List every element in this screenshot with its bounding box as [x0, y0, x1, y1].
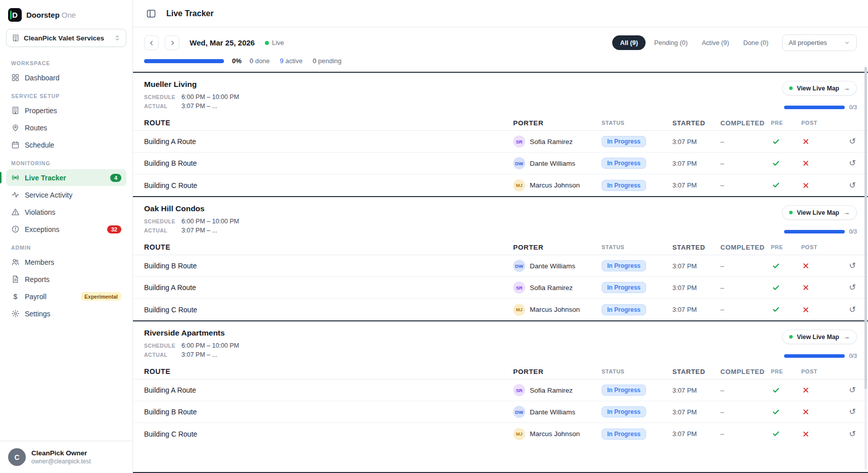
post-x-icon[interactable] [801, 181, 810, 190]
sidebar-item-label: Settings [25, 310, 51, 318]
pre-check-icon[interactable] [771, 304, 781, 314]
scrollbar[interactable] [864, 67, 867, 470]
reset-icon[interactable]: ↺ [848, 305, 857, 315]
sidebar-item-dashboard[interactable]: Dashboard [6, 69, 126, 86]
reset-icon[interactable]: ↺ [848, 282, 857, 293]
started-time: 3:07 PM [672, 408, 720, 416]
sidebar-item-routes[interactable]: Routes [6, 119, 126, 136]
reset-icon[interactable]: ↺ [848, 407, 857, 417]
post-x-icon[interactable] [801, 305, 810, 314]
property-progress-count: 0/3 [849, 104, 857, 110]
pre-check-icon[interactable] [771, 136, 781, 147]
calendar-icon [11, 140, 20, 149]
post-x-icon[interactable] [801, 430, 810, 439]
users-icon [11, 258, 20, 266]
table-row: Building A Route SRSofia Ramirez In Prog… [133, 380, 868, 401]
porter-avatar: SR [513, 135, 525, 148]
reset-icon[interactable]: ↺ [848, 261, 857, 271]
sidebar-item-reports[interactable]: Reports [6, 271, 126, 288]
filter-active[interactable]: Active (9) [696, 35, 735, 50]
live-dot [789, 335, 793, 339]
started-time: 3:07 PM [672, 306, 720, 313]
sidebar-item-properties[interactable]: Properties [6, 102, 126, 119]
pre-check-icon[interactable] [771, 158, 781, 168]
reset-icon[interactable]: ↺ [848, 429, 857, 439]
table-header: ROUTE PORTER STATUS STARTED COMPLETED PR… [133, 364, 868, 380]
page-header: Live Tracker [133, 0, 868, 27]
post-x-icon[interactable] [801, 407, 810, 416]
main-panel: Live Tracker Wed, Mar 25, 2026 Live All … [133, 0, 868, 473]
col-route: ROUTE [144, 119, 513, 127]
stat-done-label: done [255, 57, 270, 65]
sidebar-item-label: Members [25, 258, 54, 266]
post-x-icon[interactable] [801, 159, 810, 168]
reset-icon[interactable]: ↺ [848, 385, 857, 395]
chevron-right-icon [169, 39, 176, 46]
table-row: Building A Route SRSofia Ramirez In Prog… [133, 131, 868, 153]
post-x-icon[interactable] [801, 283, 810, 292]
started-time: 3:07 PM [672, 284, 720, 292]
filter-done[interactable]: Done (0) [738, 35, 774, 50]
user-profile[interactable]: C CleanPick Owner owner@cleanpick.test [0, 441, 132, 473]
route-name: Building C Route [144, 430, 513, 438]
sidebar-toggle-button[interactable] [144, 7, 158, 21]
sidebar-item-violations[interactable]: Violations [6, 204, 126, 220]
org-selector[interactable]: CleanPick Valet Services [6, 29, 126, 47]
property-progress-count: 0/3 [849, 353, 857, 359]
col-status: STATUS [602, 368, 672, 374]
status-badge: In Progress [602, 180, 646, 191]
col-started: STARTED [672, 244, 720, 251]
sidebar-item-exceptions[interactable]: Exceptions 32 [6, 221, 126, 238]
stat-active-label: active [285, 57, 302, 65]
reset-icon[interactable]: ↺ [848, 136, 857, 147]
pre-check-icon[interactable] [771, 429, 781, 439]
started-time: 3:07 PM [672, 430, 720, 438]
section-label-workspace: WORKSPACE [11, 60, 121, 66]
reset-icon[interactable]: ↺ [848, 158, 857, 168]
filter-all[interactable]: All (9) [612, 35, 646, 50]
experimental-tag: Experimental [81, 292, 121, 301]
org-selector-value: CleanPick Valet Services [24, 34, 110, 42]
actual-label: ACTUAL [144, 227, 176, 233]
post-x-icon[interactable] [801, 386, 810, 395]
post-x-icon[interactable] [801, 137, 810, 146]
sidebar-item-schedule[interactable]: Schedule [6, 136, 126, 153]
post-x-icon[interactable] [801, 261, 810, 270]
view-live-map-button[interactable]: View Live Map → [782, 329, 857, 344]
brand: D DoorstepOne [0, 0, 132, 28]
started-time: 3:07 PM [672, 160, 720, 167]
reset-icon[interactable]: ↺ [848, 180, 857, 191]
view-live-map-button[interactable]: View Live Map → [782, 81, 857, 96]
started-time: 3:07 PM [672, 262, 720, 270]
sidebar-item-members[interactable]: Members [6, 254, 126, 270]
pre-check-icon[interactable] [771, 407, 781, 417]
scrollbar-thumb[interactable] [864, 67, 867, 389]
section-label-admin: ADMIN [11, 245, 121, 251]
sidebar-item-settings[interactable]: Settings [6, 305, 126, 322]
broadcast-icon [11, 173, 20, 182]
porter-avatar: MJ [513, 428, 525, 440]
sidebar-item-live-tracker[interactable]: Live Tracker 4 [6, 169, 126, 186]
porter-name: Marcus Johnson [530, 306, 580, 313]
stat-active: 9 active [280, 57, 303, 65]
page-title: Live Tracker [166, 9, 213, 18]
started-time: 3:07 PM [672, 387, 720, 394]
arrow-right-icon: → [843, 333, 850, 341]
table-row: Building C Route MJMarcus Johnson In Pro… [133, 423, 868, 445]
sidebar-item-payroll[interactable]: $ Payroll Experimental [6, 288, 126, 305]
pre-check-icon[interactable] [771, 282, 781, 293]
actual-value: 3:07 PM – ... [181, 227, 217, 234]
property-name: Riverside Apartments [144, 328, 239, 338]
pre-check-icon[interactable] [771, 385, 781, 395]
dollar-icon: $ [11, 292, 20, 301]
pre-check-icon[interactable] [771, 180, 781, 190]
toolbar: Wed, Mar 25, 2026 Live All (9) Pending (… [133, 27, 868, 55]
filter-pending[interactable]: Pending (0) [649, 35, 693, 50]
view-live-map-button[interactable]: View Live Map → [782, 205, 857, 220]
completed-time: – [720, 138, 771, 146]
sidebar-item-service-activity[interactable]: Service Activity [6, 186, 126, 203]
pre-check-icon[interactable] [771, 261, 781, 271]
property-filter-select[interactable]: All properties [782, 34, 857, 51]
next-day-button[interactable] [165, 35, 179, 50]
prev-day-button[interactable] [144, 35, 159, 50]
